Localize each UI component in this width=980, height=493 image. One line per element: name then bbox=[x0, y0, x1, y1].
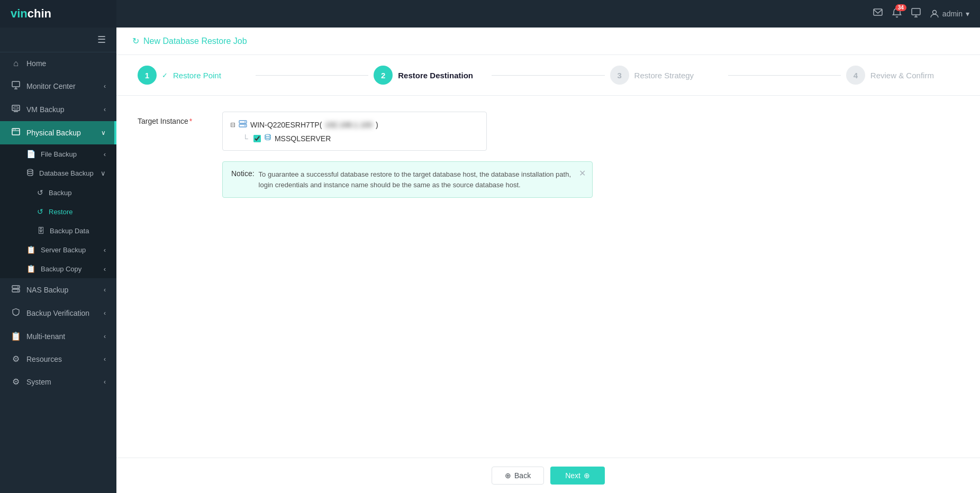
notice-label: Notice: bbox=[231, 169, 255, 178]
svg-rect-3 bbox=[12, 105, 20, 111]
sidebar-item-backup-verification[interactable]: Backup Verification ‹ bbox=[0, 302, 116, 325]
chevron-icon: ‹ bbox=[104, 286, 106, 294]
target-instance-selector[interactable]: ⊟ WIN-Q220ESRH7TP(192.168.1.100) └ M bbox=[222, 112, 487, 151]
sidebar-item-multi-tenant[interactable]: 📋 Multi-tenant ‹ bbox=[0, 325, 116, 348]
monitor-icon bbox=[11, 81, 21, 92]
form-area: Target Instance* ⊟ WIN-Q220ESRH7TP(192.1… bbox=[116, 96, 980, 458]
step-divider-3-4 bbox=[728, 75, 841, 76]
next-circle-icon: ⊕ bbox=[584, 471, 590, 480]
physical-backup-icon bbox=[11, 127, 21, 138]
sidebar-item-physical-backup[interactable]: Physical Backup ∨ bbox=[0, 121, 116, 144]
svg-rect-5 bbox=[14, 107, 18, 109]
sidebar-item-restore[interactable]: ↺ Restore bbox=[0, 202, 116, 221]
svg-rect-0 bbox=[12, 81, 20, 87]
svg-rect-6 bbox=[12, 129, 20, 135]
sidebar-item-label: Resources bbox=[26, 355, 62, 363]
step-divider-1-2 bbox=[256, 75, 368, 76]
active-indicator bbox=[114, 121, 116, 144]
page-area: ↻ New Database Restore Job 1 ✓ Restore P… bbox=[116, 28, 980, 493]
instance-checkbox[interactable] bbox=[253, 135, 261, 142]
svg-point-10 bbox=[28, 169, 33, 171]
sidebar-item-home[interactable]: ⌂ Home bbox=[0, 52, 116, 75]
notification-count: 34 bbox=[895, 4, 906, 11]
hamburger-icon[interactable]: ☰ bbox=[97, 34, 106, 45]
sidebar-item-system[interactable]: ⚙ System ‹ bbox=[0, 370, 116, 393]
back-circle-icon: ⊕ bbox=[505, 471, 511, 480]
page-header: ↻ New Database Restore Job bbox=[116, 28, 980, 55]
refresh-icon[interactable]: ↻ bbox=[132, 36, 139, 46]
sub-item-label: Server Backup bbox=[41, 246, 86, 254]
wizard-step-1: 1 ✓ Restore Point bbox=[138, 66, 250, 85]
file-icon: 📄 bbox=[26, 150, 35, 158]
tree-instance-node[interactable]: └ MSSQLSERVER bbox=[230, 132, 479, 145]
database-icon bbox=[26, 169, 34, 178]
svg-point-13 bbox=[17, 287, 19, 288]
sidebar-item-backup-data[interactable]: 🗄 Backup Data bbox=[0, 221, 116, 240]
next-button[interactable]: Next ⊕ bbox=[550, 467, 605, 485]
instance-name: MSSQLSERVER bbox=[275, 134, 331, 143]
sidebar-item-nas-backup[interactable]: NAS Backup ‹ bbox=[0, 278, 116, 302]
server-ip: 192.168.1.100 bbox=[325, 121, 373, 129]
sidebar-item-backup[interactable]: ↺ Backup bbox=[0, 183, 116, 202]
step-circle-2: 2 bbox=[374, 66, 393, 85]
user-name: admin bbox=[942, 10, 963, 18]
user-chevron-icon: ▾ bbox=[966, 10, 969, 18]
shield-icon bbox=[11, 308, 21, 318]
step-circle-3: 3 bbox=[610, 66, 629, 85]
wizard-steps: 1 ✓ Restore Point 2 Restore Destination … bbox=[116, 55, 980, 96]
svg-point-24 bbox=[265, 134, 270, 136]
page-footer: ⊕ Back Next ⊕ bbox=[116, 458, 980, 493]
chevron-icon: ‹ bbox=[104, 246, 106, 254]
logo-chin: chin bbox=[28, 7, 51, 20]
physical-backup-submenu: 📄 File Backup ‹ Database Backup ∨ ↺ Back… bbox=[0, 144, 116, 278]
logo-vin: vin bbox=[11, 7, 28, 20]
logo: vinchin bbox=[0, 0, 116, 28]
step-circle-1: 1 bbox=[138, 66, 157, 85]
back-label: Back bbox=[514, 471, 531, 480]
step-label-4: Review & Confirm bbox=[870, 71, 934, 80]
sidebar-item-server-backup[interactable]: 📋 Server Backup ‹ bbox=[0, 240, 116, 259]
svg-point-14 bbox=[17, 290, 19, 291]
home-icon: ⌂ bbox=[11, 59, 21, 68]
notice-close-button[interactable]: ✕ bbox=[579, 168, 586, 178]
backup-icon: ↺ bbox=[37, 188, 43, 197]
sidebar-item-vm-backup[interactable]: VM Backup ‹ bbox=[0, 98, 116, 121]
sidebar-item-database-backup[interactable]: Database Backup ∨ bbox=[0, 163, 116, 183]
resources-icon: ⚙ bbox=[11, 354, 21, 364]
sidebar-item-backup-copy[interactable]: 📋 Backup Copy ‹ bbox=[0, 259, 116, 278]
sidebar-item-resources[interactable]: ⚙ Resources ‹ bbox=[0, 348, 116, 370]
messages-icon[interactable] bbox=[873, 7, 883, 21]
notification-bell[interactable]: 34 bbox=[892, 7, 902, 20]
user-menu[interactable]: admin ▾ bbox=[930, 9, 969, 19]
step-circle-4: 4 bbox=[846, 66, 865, 85]
menu-toggle[interactable]: ☰ bbox=[0, 28, 116, 52]
back-button[interactable]: ⊕ Back bbox=[492, 467, 544, 485]
tree-server-node[interactable]: ⊟ WIN-Q220ESRH7TP(192.168.1.100) bbox=[230, 117, 479, 132]
chevron-icon: ‹ bbox=[104, 150, 106, 158]
svg-point-8 bbox=[13, 129, 14, 130]
restore-icon: ↺ bbox=[37, 207, 43, 216]
chevron-icon: ‹ bbox=[104, 355, 106, 363]
svg-point-9 bbox=[15, 129, 16, 130]
chevron-icon: ‹ bbox=[104, 265, 106, 273]
tree-expand-icon[interactable]: ⊟ bbox=[230, 121, 235, 129]
sidebar-item-label: Multi-tenant bbox=[26, 332, 65, 341]
sidebar-item-label: Physical Backup bbox=[26, 129, 81, 137]
chevron-icon: ‹ bbox=[104, 83, 106, 90]
sidebar-item-label: Monitor Center bbox=[26, 82, 76, 90]
sub-item-label: File Backup bbox=[41, 150, 77, 158]
main-content: 34 admin ▾ ↻ New Database Restore Job 1 … bbox=[116, 0, 980, 493]
logo-text: vinchin bbox=[11, 7, 51, 21]
nas-icon bbox=[11, 285, 21, 295]
tenant-icon: 📋 bbox=[11, 331, 21, 341]
svg-rect-16 bbox=[912, 8, 920, 15]
page-title: New Database Restore Job bbox=[143, 36, 247, 46]
sidebar-item-file-backup[interactable]: 📄 File Backup ‹ bbox=[0, 144, 116, 163]
sidebar-item-monitor-center[interactable]: Monitor Center ‹ bbox=[0, 75, 116, 98]
step-label-3: Restore Strategy bbox=[634, 71, 694, 80]
chevron-icon: ∨ bbox=[101, 169, 106, 177]
wizard-step-2: 2 Restore Destination bbox=[374, 66, 486, 85]
wizard-step-3: 3 Restore Strategy bbox=[610, 66, 723, 85]
sidebar-item-label: NAS Backup bbox=[26, 286, 68, 294]
monitor-header-icon[interactable] bbox=[911, 7, 921, 21]
